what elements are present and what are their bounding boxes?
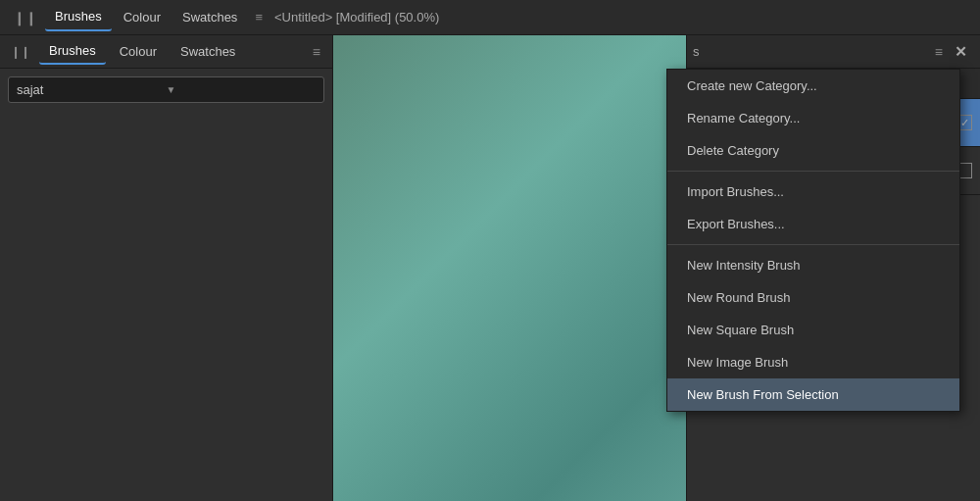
layers-header: s ≡ ✕ [687, 35, 980, 69]
layers-menu-icon[interactable]: ≡ [930, 41, 948, 63]
panel-tab-brushes[interactable]: Brushes [39, 38, 106, 65]
category-dropdown[interactable]: sajat ▼ [8, 76, 324, 103]
context-menu: Create new Category... Rename Category..… [666, 69, 960, 412]
menu-item-import-brushes[interactable]: Import Brushes... [667, 175, 959, 208]
menu-icon[interactable]: ≡ [255, 10, 263, 25]
menu-separator-1 [667, 171, 959, 172]
panel-area: ❙❙ Brushes Colour Swatches ≡ sajat ▼ Cre… [0, 35, 980, 501]
main-canvas-area: Create new Category... Rename Category..… [333, 35, 980, 501]
top-bar: ❙❙ Brushes Colour Swatches ≡ <Untitled> … [0, 0, 980, 35]
panel-tab-swatches[interactable]: Swatches [171, 39, 245, 64]
menu-item-create-category[interactable]: Create new Category... [667, 70, 959, 102]
menu-item-rename-category[interactable]: Rename Category... [667, 102, 959, 134]
menu-separator-2 [667, 244, 959, 245]
panel-icon[interactable]: ❙❙ [8, 6, 43, 29]
panel-menu-icon[interactable]: ≡ [307, 41, 326, 63]
tab-brushes[interactable]: Brushes [45, 3, 112, 31]
menu-item-new-brush-from-selection[interactable]: New Brush From Selection [667, 378, 959, 411]
menu-item-new-image-brush[interactable]: New Image Brush [667, 346, 959, 378]
document-title: <Untitled> [Modified] (50.0%) [274, 10, 439, 25]
menu-item-export-brushes[interactable]: Export Brushes... [667, 208, 959, 240]
tab-colour[interactable]: Colour [114, 4, 171, 30]
category-value: sajat [17, 82, 167, 97]
menu-item-new-round-brush[interactable]: New Round Brush [667, 281, 959, 314]
layers-close-button[interactable]: ✕ [948, 40, 974, 64]
menu-item-new-square-brush[interactable]: New Square Brush [667, 314, 959, 346]
left-panel: ❙❙ Brushes Colour Swatches ≡ sajat ▼ [0, 35, 333, 501]
panel-tabs: ❙❙ Brushes Colour Swatches ≡ [0, 35, 332, 69]
panel-tab-colour[interactable]: Colour [110, 39, 167, 64]
panel-collapse-icon[interactable]: ❙❙ [6, 42, 35, 62]
dropdown-arrow-icon: ▼ [167, 84, 317, 95]
layers-title: s [693, 44, 930, 59]
menu-item-delete-category[interactable]: Delete Category [667, 134, 959, 167]
menu-item-new-intensity-brush[interactable]: New Intensity Brush [667, 249, 959, 281]
tab-swatches[interactable]: Swatches [172, 4, 247, 30]
